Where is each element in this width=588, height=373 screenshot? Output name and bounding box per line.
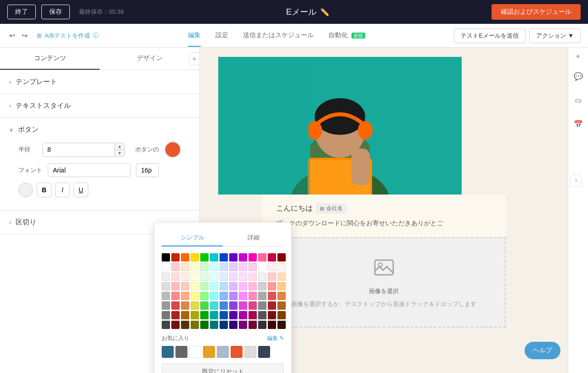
- color-cell[interactable]: [181, 321, 189, 329]
- color-cell[interactable]: [220, 301, 228, 310]
- color-cell[interactable]: [210, 273, 218, 281]
- color-cell[interactable]: [268, 292, 276, 300]
- favorite-color-cell[interactable]: [244, 346, 256, 358]
- color-cell[interactable]: [162, 253, 170, 262]
- color-cell[interactable]: [268, 253, 276, 262]
- color-cell[interactable]: [191, 301, 199, 310]
- template-header[interactable]: › テンプレート: [9, 70, 190, 94]
- color-cell[interactable]: [249, 253, 257, 262]
- color-cell[interactable]: [162, 263, 170, 271]
- sidebar-collapse-top-button[interactable]: «: [577, 52, 580, 60]
- color-cell[interactable]: [239, 311, 247, 319]
- panel-collapse-button[interactable]: «: [189, 52, 200, 65]
- color-cell[interactable]: [229, 301, 237, 310]
- color-cell[interactable]: [249, 282, 257, 290]
- color-cell[interactable]: [258, 311, 266, 319]
- color-cell[interactable]: [258, 301, 266, 310]
- layout-icon[interactable]: ▭: [571, 93, 586, 107]
- color-cell[interactable]: [258, 282, 266, 290]
- color-cell[interactable]: [229, 263, 237, 271]
- calendar-icon[interactable]: 📅: [571, 117, 586, 131]
- button-color-swatch[interactable]: [164, 141, 181, 158]
- color-cell[interactable]: [239, 273, 247, 281]
- image-select-button[interactable]: 画像を選択: [369, 287, 399, 295]
- color-cell[interactable]: [162, 273, 170, 281]
- color-cell[interactable]: [220, 321, 228, 329]
- color-cell[interactable]: [258, 253, 266, 262]
- color-cell[interactable]: [162, 282, 170, 290]
- confirm-schedule-button[interactable]: 確認およびスケジュール: [492, 4, 581, 20]
- exit-button[interactable]: 終了: [7, 5, 36, 19]
- tab-automation[interactable]: 自動化 新規: [328, 25, 365, 47]
- color-cell[interactable]: [181, 273, 189, 281]
- color-cell[interactable]: [249, 321, 257, 329]
- text-color-swatch[interactable]: [18, 183, 33, 197]
- color-cell[interactable]: [200, 263, 209, 271]
- picker-simple-tab[interactable]: シンプル: [162, 230, 223, 246]
- color-cell[interactable]: [171, 263, 180, 271]
- color-cell[interactable]: [277, 253, 286, 262]
- color-cell[interactable]: [181, 311, 189, 319]
- reset-button[interactable]: 既定にリセット: [162, 363, 284, 373]
- color-cell[interactable]: [210, 321, 218, 329]
- color-cell[interactable]: [268, 311, 276, 319]
- color-cell[interactable]: [200, 253, 209, 262]
- radius-input[interactable]: [43, 143, 114, 156]
- color-cell[interactable]: [171, 311, 180, 319]
- font-select[interactable]: Arial Helvetica Georgia: [48, 164, 130, 177]
- color-cell[interactable]: [200, 321, 209, 329]
- tab-send-schedule[interactable]: 送信またはスケジュール: [243, 25, 314, 47]
- color-cell[interactable]: [229, 321, 237, 329]
- color-cell[interactable]: [191, 273, 199, 281]
- color-cell[interactable]: [210, 263, 218, 271]
- color-cell[interactable]: [171, 292, 180, 300]
- color-cell[interactable]: [258, 273, 266, 281]
- favorite-color-cell[interactable]: [189, 346, 201, 358]
- underline-button[interactable]: U: [74, 183, 88, 197]
- favorite-color-cell[interactable]: [203, 346, 215, 358]
- color-cell[interactable]: [191, 282, 199, 290]
- color-cell[interactable]: [181, 282, 189, 290]
- color-cell[interactable]: [277, 301, 286, 310]
- color-cell[interactable]: [200, 292, 209, 300]
- color-cell[interactable]: [249, 292, 257, 300]
- color-cell[interactable]: [210, 292, 218, 300]
- color-cell[interactable]: [249, 263, 257, 271]
- help-button[interactable]: ヘルプ: [525, 342, 560, 359]
- color-cell[interactable]: [277, 311, 286, 319]
- color-cell[interactable]: [268, 263, 276, 271]
- color-cell[interactable]: [249, 273, 257, 281]
- color-cell[interactable]: [162, 321, 170, 329]
- color-cell[interactable]: [277, 273, 286, 281]
- color-cell[interactable]: [191, 321, 199, 329]
- tab-settings[interactable]: 設定: [215, 25, 228, 47]
- color-cell[interactable]: [191, 311, 199, 319]
- color-cell[interactable]: [171, 301, 180, 310]
- radius-down-button[interactable]: ▼: [115, 150, 124, 156]
- content-tab[interactable]: コンテンツ: [0, 48, 100, 70]
- undo-button[interactable]: ↩: [7, 29, 17, 42]
- color-cell[interactable]: [268, 321, 276, 329]
- favorite-color-cell[interactable]: [217, 346, 229, 358]
- color-cell[interactable]: [239, 263, 247, 271]
- chat-icon[interactable]: 💬: [571, 69, 586, 84]
- color-cell[interactable]: [277, 263, 286, 271]
- color-cell[interactable]: [200, 273, 209, 281]
- font-size-input[interactable]: [136, 163, 159, 177]
- color-cell[interactable]: [162, 292, 170, 300]
- color-cell[interactable]: [181, 253, 189, 262]
- color-cell[interactable]: [258, 292, 266, 300]
- color-cell[interactable]: [229, 282, 237, 290]
- color-cell[interactable]: [239, 321, 247, 329]
- color-cell[interactable]: [239, 301, 247, 310]
- radius-up-button[interactable]: ▲: [115, 143, 124, 150]
- color-cell[interactable]: [220, 273, 228, 281]
- color-cell[interactable]: [171, 282, 180, 290]
- color-cell[interactable]: [220, 263, 228, 271]
- color-cell[interactable]: [181, 263, 189, 271]
- favorite-color-cell[interactable]: [258, 346, 270, 358]
- ab-test-link[interactable]: ⊞ A/Bテストを作成 ⓘ: [37, 32, 99, 40]
- color-cell[interactable]: [191, 263, 199, 271]
- color-cell[interactable]: [200, 301, 209, 310]
- color-cell[interactable]: [162, 301, 170, 310]
